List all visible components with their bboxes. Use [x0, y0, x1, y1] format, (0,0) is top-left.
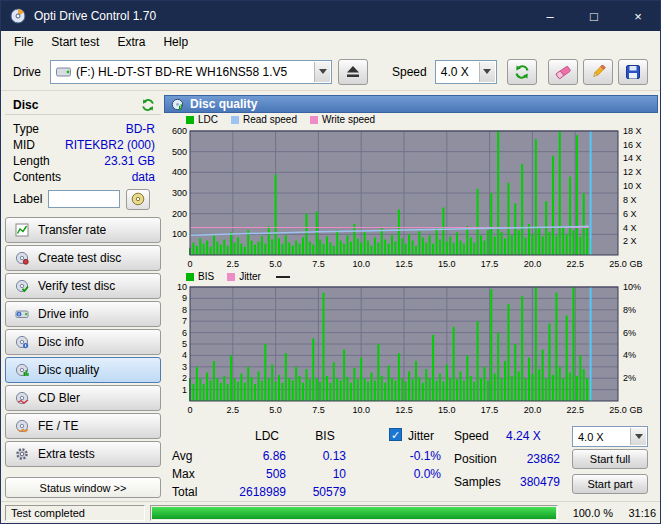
sidebar-item-label: Drive info — [38, 307, 89, 321]
bis-max-value: 10 — [290, 467, 346, 481]
legend-swatch — [186, 116, 194, 124]
jitter-checkbox[interactable]: ✓ — [389, 428, 402, 441]
svg-text:2%: 2% — [623, 373, 636, 383]
menu-extra[interactable]: Extra — [108, 33, 154, 51]
svg-text:0: 0 — [187, 405, 192, 415]
sidebar-item-disc-info[interactable]: Disc info — [5, 329, 161, 355]
label-field-caption: Label — [13, 192, 42, 206]
test-speed-selector[interactable]: 4.0 X — [572, 426, 648, 447]
disc-label-input[interactable] — [48, 190, 120, 208]
main-panel: Disc quality LDCRead speedWrite speed 60… — [164, 95, 658, 503]
svg-text:300: 300 — [172, 188, 187, 198]
panel-header-icon — [171, 98, 184, 111]
sidebar-item-label: FE / TE — [38, 419, 78, 433]
svg-text:4%: 4% — [623, 350, 636, 360]
svg-text:2: 2 — [182, 373, 187, 383]
svg-text:200: 200 — [172, 209, 187, 219]
jitter-label: Jitter — [408, 429, 434, 443]
svg-text:4 X: 4 X — [623, 223, 637, 233]
sidebar-item-drive-info[interactable]: Drive info — [5, 301, 161, 327]
chart1-legend: LDCRead speedWrite speed — [186, 114, 384, 125]
svg-text:3: 3 — [182, 362, 187, 372]
sidebar-item-disc-quality[interactable]: Disc quality — [5, 357, 161, 383]
edit-label-button[interactable] — [126, 189, 150, 210]
menu-file[interactable]: File — [5, 33, 42, 51]
jitter-delta-1: -0.1% — [391, 449, 441, 463]
label-row: Label — [5, 185, 161, 209]
svg-text:12.5: 12.5 — [395, 259, 413, 269]
sidebar-item-label: Extra tests — [38, 447, 95, 461]
panel-title: Disc quality — [190, 97, 257, 111]
progress-fill — [152, 507, 556, 519]
progress-percent: 100.0 % — [563, 507, 613, 519]
window-title: Opti Drive Control 1.70 — [34, 9, 528, 23]
position-value: 23862 — [504, 452, 560, 466]
minimize-button[interactable]: – — [528, 1, 572, 31]
maximize-button[interactable]: □ — [572, 1, 616, 31]
start-full-button[interactable]: Start full — [572, 449, 648, 469]
refresh-button[interactable] — [507, 59, 537, 85]
svg-text:17.5: 17.5 — [481, 405, 499, 415]
extra-tests-icon — [15, 447, 29, 461]
svg-text:10 X: 10 X — [623, 181, 642, 191]
svg-text:5: 5 — [182, 339, 187, 349]
drive-selector[interactable]: (F:) HL-DT-ST BD-RE WH16NS58 1.V5 — [50, 60, 332, 84]
eraser-icon — [553, 62, 573, 82]
eject-button[interactable] — [338, 59, 368, 85]
sidebar-item-extra-tests[interactable]: Extra tests — [5, 441, 161, 467]
avg-row-label: Avg — [172, 449, 192, 463]
drive-icon — [56, 67, 71, 77]
legend-swatch — [310, 116, 318, 124]
sidebar-item-label: Disc quality — [38, 363, 99, 377]
disc-refresh-icon[interactable] — [141, 98, 155, 112]
svg-text:4: 4 — [182, 350, 187, 360]
info-row-mid: MID RITEKBR2 (000) — [5, 137, 161, 153]
sidebar-item-verify-test-disc[interactable]: Verify test disc — [5, 273, 161, 299]
save-button[interactable] — [618, 59, 648, 85]
cd-bler-icon — [15, 391, 29, 405]
info-value[interactable]: data — [132, 170, 155, 184]
menu-help[interactable]: Help — [154, 33, 197, 51]
info-value: BD-R — [126, 122, 155, 136]
save-icon — [625, 64, 641, 80]
start-part-button[interactable]: Start part — [572, 474, 648, 494]
legend-label: Read speed — [243, 114, 297, 125]
info-label: Contents — [13, 170, 61, 184]
drive-selector-value: (F:) HL-DT-ST BD-RE WH16NS58 1.V5 — [76, 65, 287, 79]
test-speed-dropdown-arrow[interactable] — [630, 428, 646, 445]
disc-section-header: Disc — [5, 95, 161, 115]
drive-dropdown-arrow[interactable] — [314, 62, 330, 82]
svg-text:7.5: 7.5 — [312, 405, 325, 415]
disc-label-icon — [131, 192, 145, 206]
refresh-icon — [514, 64, 530, 80]
write-button[interactable] — [583, 59, 613, 85]
sidebar-item-create-test-disc[interactable]: Create test disc — [5, 245, 161, 271]
info-label: Length — [13, 154, 50, 168]
close-button[interactable]: × — [616, 1, 660, 31]
create-test-disc-icon — [15, 251, 29, 265]
speed-result-value: 4.24 X — [506, 429, 541, 443]
svg-text:15.0: 15.0 — [438, 259, 456, 269]
status-window-button[interactable]: Status window >> — [5, 477, 161, 498]
sidebar-item-cd-bler[interactable]: CD Bler — [5, 385, 161, 411]
disc-header-label: Disc — [13, 98, 38, 112]
menu-start-test[interactable]: Start test — [42, 33, 108, 51]
legend-swatch — [231, 116, 239, 124]
svg-text:2.5: 2.5 — [227, 259, 240, 269]
svg-text:22.5: 22.5 — [566, 259, 584, 269]
drive-label: Drive — [13, 65, 41, 79]
sidebar-item-transfer-rate[interactable]: Transfer rate — [5, 217, 161, 243]
svg-text:15.0: 15.0 — [438, 405, 456, 415]
speed-result-label: Speed — [454, 429, 489, 443]
progress-bar — [150, 505, 558, 521]
svg-text:25.0: 25.0 — [609, 259, 627, 269]
erase-disc-button[interactable] — [548, 59, 578, 85]
speed-selector[interactable]: 4.0 X — [435, 60, 497, 84]
info-row-contents: Contents data — [5, 169, 161, 185]
speed-dropdown-arrow[interactable] — [479, 62, 495, 82]
sidebar-item-label: Verify test disc — [38, 279, 115, 293]
svg-text:GB: GB — [629, 405, 642, 415]
samples-value: 380479 — [504, 475, 560, 489]
svg-text:8: 8 — [182, 305, 187, 315]
sidebar-item-fe-te[interactable]: FE / TE — [5, 413, 161, 439]
